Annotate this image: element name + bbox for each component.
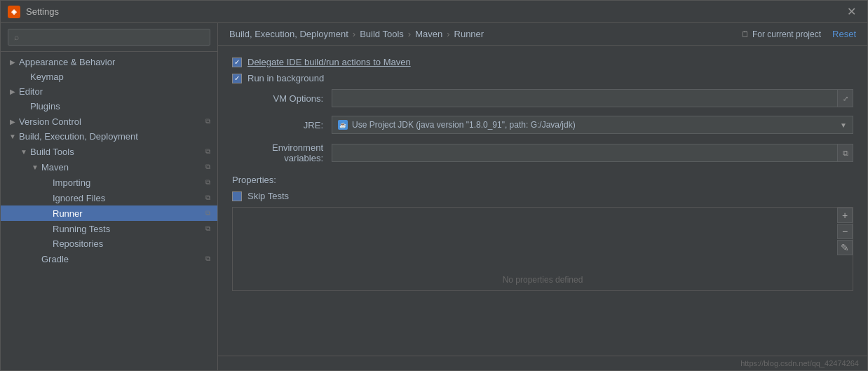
footer-url: https://blog.csdn.net/qq_42474264 (740, 359, 859, 367)
copy-icon-gradle: ⧉ (202, 253, 213, 264)
footer-bar: https://blog.csdn.net/qq_42474264 (218, 356, 867, 370)
settings-body: Delegate IDE build/run actions to Maven … (218, 46, 867, 356)
breadcrumb-project: 🗒 For current project (741, 29, 821, 39)
expand-arrow-appearance: ▶ (8, 58, 18, 67)
breadcrumb-item-2: Build Tools (360, 29, 404, 39)
title-bar: ◈ Settings ✕ (1, 1, 867, 23)
sidebar-item-ignored-files[interactable]: Ignored Files ⧉ (1, 190, 217, 205)
sidebar-item-build-exec-deploy[interactable]: ▼ Build, Execution, Deployment (1, 129, 217, 144)
sidebar-item-label: Maven (41, 162, 202, 173)
jre-select[interactable]: ☕ Use Project JDK (java version "1.8.0_9… (332, 116, 853, 134)
sidebar-item-gradle[interactable]: Gradle ⧉ (1, 251, 217, 267)
breadcrumb-item-1: Build, Execution, Deployment (229, 29, 348, 39)
search-box (1, 23, 217, 52)
sidebar-item-label: Importing (53, 177, 202, 188)
sidebar-item-maven[interactable]: ▼ Maven ⧉ (1, 159, 217, 175)
jre-dropdown-arrow: ▼ (840, 121, 847, 129)
search-input[interactable] (8, 29, 210, 46)
properties-actions: + − ✎ (837, 208, 853, 255)
copy-icon-ignored: ⧉ (202, 192, 213, 203)
remove-property-btn[interactable]: − (837, 224, 853, 239)
delegate-checkbox-row: Delegate IDE build/run actions to Maven (232, 57, 853, 67)
sidebar: ▶ Appearance & Behavior Keymap ▶ Editor … (1, 23, 218, 370)
breadcrumb-bar: Build, Execution, Deployment › Build Too… (218, 23, 867, 46)
sidebar-item-label: Plugins (30, 101, 217, 112)
copy-icon-running-tests: ⧉ (202, 223, 213, 234)
sidebar-item-label: Running Tests (53, 224, 202, 234)
env-row: Environment variables: ⧉ (232, 142, 853, 163)
sidebar-item-label: Ignored Files (53, 193, 202, 203)
expand-arrow-bed: ▼ (8, 132, 18, 142)
sidebar-item-label: Repositories (53, 238, 217, 249)
expand-arrow-editor: ▶ (8, 87, 18, 97)
background-checkbox[interactable] (232, 74, 242, 83)
breadcrumb-item-4: Runner (454, 29, 484, 39)
close-button[interactable]: ✕ (843, 4, 860, 20)
vm-options-label: VM Options: (232, 93, 323, 104)
sidebar-item-label: Keymap (30, 72, 217, 82)
copy-icon-importing: ⧉ (202, 177, 213, 188)
vm-options-expand-btn[interactable]: ⤢ (837, 90, 853, 107)
sidebar-item-keymap[interactable]: Keymap (1, 69, 217, 84)
expand-arrow-importing (41, 177, 51, 187)
env-input[interactable] (332, 145, 837, 161)
project-icon: 🗒 (741, 29, 750, 39)
sidebar-item-label: Runner (53, 208, 202, 219)
expand-arrow-repos (41, 239, 51, 249)
project-label: For current project (752, 29, 821, 39)
app-icon: ◈ (8, 6, 20, 18)
vm-options-row: VM Options: ⤢ (232, 89, 853, 107)
skip-tests-row: Skip Tests (232, 191, 853, 201)
expand-arrow-ignored (41, 193, 51, 203)
background-checkbox-row: Run in background (232, 73, 853, 83)
vm-options-input-container: ⤢ (332, 89, 853, 107)
sidebar-item-version-control[interactable]: ▶ Version Control ⧉ (1, 114, 217, 129)
properties-table: No properties defined + − ✎ (232, 207, 853, 291)
main-content: ▶ Appearance & Behavior Keymap ▶ Editor … (1, 23, 867, 370)
sidebar-item-editor[interactable]: ▶ Editor (1, 84, 217, 99)
delegate-checkbox[interactable] (232, 58, 242, 67)
expand-arrow-maven: ▼ (30, 162, 40, 172)
skip-tests-checkbox[interactable] (232, 191, 242, 201)
sidebar-item-repositories[interactable]: Repositories (1, 236, 217, 251)
right-panel: Build, Execution, Deployment › Build Too… (218, 23, 867, 370)
sidebar-item-label: Build, Execution, Deployment (19, 131, 217, 142)
env-edit-btn[interactable]: ⧉ (837, 144, 853, 161)
sidebar-item-runner[interactable]: Runner ⧉ (1, 205, 217, 221)
jre-select-text: Use Project JDK (java version "1.8.0_91"… (352, 120, 836, 130)
delegate-checkbox-label: Delegate IDE build/run actions to Maven (247, 57, 411, 67)
expand-arrow-vc: ▶ (8, 116, 18, 126)
expand-arrow-gradle (30, 254, 40, 264)
jdk-icon: ☕ (338, 120, 348, 130)
env-label: Environment variables: (232, 142, 323, 163)
expand-arrow-running-tests (41, 224, 51, 234)
breadcrumb-sep-3: › (447, 29, 449, 39)
no-properties-text: No properties defined (503, 275, 583, 285)
sidebar-item-label: Build Tools (30, 147, 202, 157)
skip-tests-label: Skip Tests (247, 191, 289, 201)
vm-options-input[interactable] (332, 90, 837, 106)
reset-button[interactable]: Reset (832, 29, 856, 39)
sidebar-item-appearance[interactable]: ▶ Appearance & Behavior (1, 55, 217, 69)
sidebar-item-running-tests[interactable]: Running Tests ⧉ (1, 221, 217, 236)
add-property-btn[interactable]: + (837, 208, 853, 223)
sidebar-item-build-tools[interactable]: ▼ Build Tools ⧉ (1, 144, 217, 159)
sidebar-item-label: Editor (19, 86, 217, 97)
sidebar-item-label: Gradle (41, 254, 202, 264)
window-title: Settings (26, 6, 843, 17)
settings-window: ◈ Settings ✕ ▶ Appearance & Behavior Key… (0, 0, 868, 371)
env-input-container: ⧉ (332, 144, 853, 162)
breadcrumb-sep-2: › (408, 29, 411, 39)
sidebar-item-plugins[interactable]: Plugins (1, 99, 217, 114)
properties-label: Properties: (232, 175, 853, 185)
copy-icon-bt: ⧉ (202, 146, 213, 157)
edit-property-btn[interactable]: ✎ (837, 240, 853, 255)
sidebar-item-label: Appearance & Behavior (19, 57, 217, 67)
copy-icon-maven: ⧉ (202, 161, 213, 173)
breadcrumb-sep-1: › (353, 29, 355, 39)
sidebar-tree: ▶ Appearance & Behavior Keymap ▶ Editor … (1, 52, 217, 370)
jre-row: JRE: ☕ Use Project JDK (java version "1.… (232, 116, 853, 134)
sidebar-item-importing[interactable]: Importing ⧉ (1, 175, 217, 190)
copy-icon-vc: ⧉ (202, 116, 213, 127)
jre-label: JRE: (232, 120, 323, 130)
